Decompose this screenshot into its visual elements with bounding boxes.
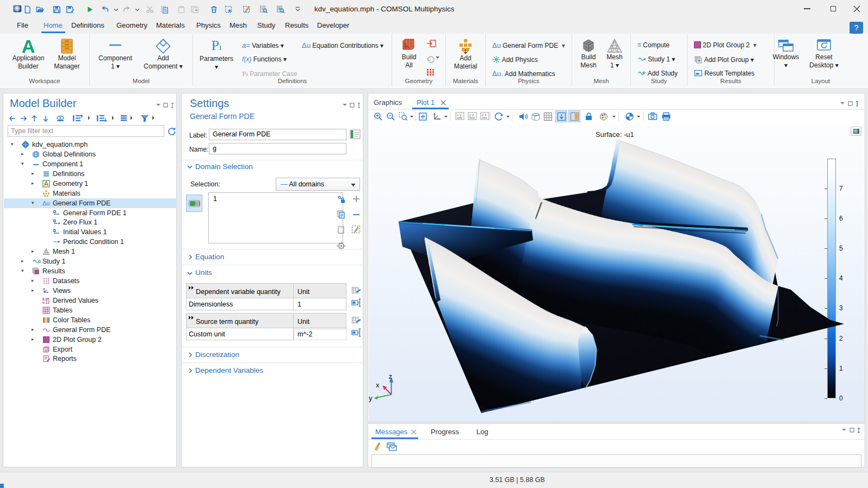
svg-text:e-12: e-12 [42, 301, 49, 304]
svg-text:x: x [482, 113, 484, 117]
svg-text:D: D [53, 229, 56, 233]
svg-text:D: D [53, 219, 56, 223]
svg-text:z: z [485, 113, 486, 117]
svg-text:D: D [53, 210, 56, 214]
svg-text:Δu: Δu [42, 200, 49, 207]
svg-text:y: y [469, 113, 472, 117]
svg-text:x: x [457, 113, 459, 117]
svg-text:y: y [460, 113, 462, 117]
svg-text:z: z [472, 113, 474, 117]
